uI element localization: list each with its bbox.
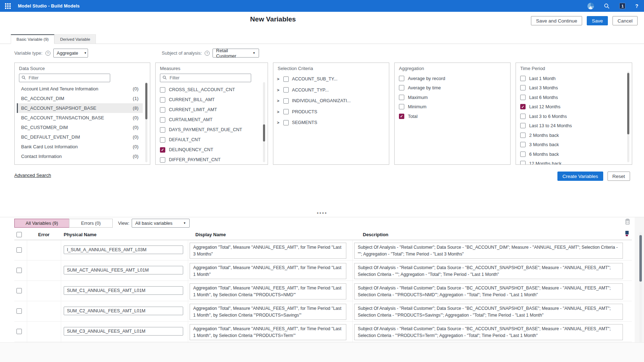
physical-name-input[interactable] (64, 246, 183, 254)
measure-item[interactable]: CURRENT_LIMIT_AMT (160, 105, 268, 115)
time-period-checkbox[interactable] (520, 152, 526, 157)
time-period-item[interactable]: Last 13 to 24 Months (520, 121, 632, 131)
aggregation-item[interactable]: Minimum (399, 102, 510, 112)
time-period-item[interactable]: 2 Months back (520, 130, 632, 140)
delete-icon[interactable] (624, 218, 631, 225)
splitter-handle[interactable]: ●●●● (317, 211, 327, 215)
aggregation-item[interactable]: Total (399, 111, 510, 121)
measure-item[interactable]: CROSS_SELL_ACCOUNT_CNT (160, 85, 268, 95)
measure-checkbox[interactable] (160, 107, 165, 113)
errors-tab[interactable]: Errors (0) (69, 219, 113, 228)
time-period-scrollbar[interactable] (627, 71, 629, 162)
expand-chevron-icon[interactable]: > (277, 99, 280, 103)
data-source-item[interactable]: Bank Card Lost Information (0) (17, 142, 143, 152)
measure-checkbox[interactable] (160, 137, 165, 143)
subject-of-analysis-select[interactable]: Retail Customer▼ (213, 49, 259, 58)
data-source-item[interactable]: BC_DEFAULT_EVENT_DIM (0) (17, 132, 143, 142)
time-period-item[interactable]: Last 1 Month (520, 74, 632, 83)
physical-name-input[interactable] (64, 307, 183, 315)
measure-checkbox[interactable] (160, 97, 165, 103)
measure-item[interactable]: CURRENT_BILL_AMT (160, 95, 268, 105)
measure-checkbox[interactable] (160, 157, 165, 163)
data-source-item[interactable]: BC_ACCOUNT_TRANSACTION_BASE (0) (17, 113, 143, 123)
time-period-checkbox[interactable] (520, 114, 526, 119)
selection-criteria-checkbox[interactable] (283, 87, 289, 93)
selection-criteria-checkbox[interactable] (283, 109, 289, 114)
aggregation-checkbox[interactable] (399, 95, 404, 100)
aggregation-checkbox[interactable] (399, 85, 404, 90)
expand-chevron-icon[interactable]: > (277, 88, 280, 92)
tab-derived-variable[interactable]: Derived Variable (54, 34, 96, 44)
selection-criteria-checkbox[interactable] (283, 120, 289, 125)
description-cell[interactable]: Subject Of Analysis - "Retail Customer";… (354, 283, 623, 299)
selection-criteria-checkbox[interactable] (283, 76, 289, 82)
advanced-search-link[interactable]: Advanced Search (14, 173, 51, 178)
description-cell[interactable]: Subject Of Analysis - "Retail Customer";… (354, 243, 623, 259)
time-period-item[interactable]: Last 6 Months (520, 93, 632, 102)
selection-criteria-item[interactable]: > INDIVIDUAL_ORGANIZATI... (277, 95, 389, 106)
save-and-continue-button[interactable]: Save and Continue (531, 16, 582, 25)
display-name-cell[interactable]: Aggregation "Total", Measure "ANNUAL_FEE… (190, 263, 346, 279)
aggregation-checkbox[interactable] (399, 104, 404, 109)
view-select[interactable]: All basic variables▼ (132, 219, 190, 228)
description-cell[interactable]: Subject Of Analysis - "Retail Customer";… (354, 304, 623, 320)
variable-type-help-icon[interactable]: ? (45, 51, 50, 56)
reset-button[interactable]: Reset (608, 172, 630, 181)
description-cell[interactable]: Subject Of Analysis - "Retail Customer";… (354, 263, 623, 279)
aggregation-item[interactable]: Average by record (399, 74, 510, 83)
measure-checkbox[interactable] (160, 117, 165, 123)
search-icon[interactable] (604, 3, 610, 9)
row-checkbox[interactable] (16, 268, 22, 273)
measure-checkbox[interactable] (160, 87, 165, 93)
select-all-checkbox[interactable] (16, 232, 22, 237)
display-name-cell[interactable]: Aggregation "Total", Measure "ANNUAL_FEE… (190, 324, 346, 340)
variable-type-select[interactable]: Aggregate▼ (53, 49, 88, 58)
selection-criteria-item[interactable]: > SEGMENTS (277, 117, 389, 128)
row-checkbox[interactable] (16, 247, 22, 253)
subject-help-icon[interactable]: ? (205, 51, 210, 56)
product-logo-icon[interactable] (587, 3, 594, 10)
display-name-cell[interactable]: Aggregation "Total", Measure "ANNUAL_FEE… (190, 283, 346, 299)
app-switcher-icon[interactable] (5, 3, 11, 9)
time-period-item[interactable]: Last 3 Months (520, 83, 632, 93)
data-source-item[interactable]: Credit Bureau Information (0) (17, 161, 143, 165)
measure-item[interactable]: DAYS_PAYMENT_PAST_DUE_CNT (160, 125, 268, 135)
time-period-checkbox[interactable] (520, 76, 526, 81)
physical-name-input[interactable] (64, 327, 183, 336)
time-period-checkbox[interactable] (520, 85, 526, 90)
time-period-checkbox[interactable] (520, 95, 526, 100)
time-period-item[interactable]: 12 Months back (520, 159, 632, 165)
measure-item[interactable]: DELINQUENCY_CNT (160, 145, 268, 155)
selection-criteria-item[interactable]: > ACCOUNT_SUB_TY... (277, 74, 389, 85)
time-period-checkbox[interactable] (520, 123, 526, 128)
all-variables-tab[interactable]: All Variables (9) (14, 219, 69, 228)
help-icon[interactable]: ? (635, 3, 638, 9)
time-period-checkbox[interactable] (520, 133, 526, 138)
selection-criteria-item[interactable]: > ACCOUNT_TYP... (277, 85, 389, 96)
time-period-checkbox[interactable] (520, 142, 526, 147)
display-name-cell[interactable]: Aggregation "Total", Measure "ANNUAL_FEE… (190, 243, 346, 259)
selection-criteria-checkbox[interactable] (283, 98, 289, 104)
expand-chevron-icon[interactable]: > (277, 77, 280, 81)
measure-item[interactable]: DIFFER_PAYMENT_CNT (160, 155, 268, 165)
measure-item[interactable]: DEFAULT_CNT (160, 135, 268, 145)
save-button[interactable]: Save (587, 16, 608, 25)
cancel-button[interactable]: Cancel (613, 16, 638, 25)
notification-badge[interactable]: 1 (619, 3, 625, 9)
physical-name-input[interactable] (64, 266, 183, 274)
aggregation-checkbox[interactable] (399, 76, 404, 81)
description-cell[interactable]: Subject Of Analysis - "Retail Customer";… (354, 324, 623, 340)
expand-chevron-icon[interactable]: > (277, 110, 280, 114)
tab-basic-variable[interactable]: Basic Variable (9) (11, 34, 54, 44)
time-period-item[interactable]: 6 Months back (520, 149, 632, 159)
row-checkbox[interactable] (16, 288, 22, 293)
measure-checkbox[interactable] (160, 147, 165, 153)
measures-scrollbar[interactable] (263, 82, 265, 162)
time-period-checkbox[interactable] (520, 104, 526, 109)
data-source-item[interactable]: BC_ACCOUNT_SNAPSHOT_BASE (8) (17, 103, 143, 113)
selection-criteria-item[interactable]: > PRODUCTS (277, 106, 389, 118)
data-source-item[interactable]: BC_CUSTOMER_DIM (0) (17, 123, 143, 132)
time-period-item[interactable]: Last 12 Months (520, 102, 632, 112)
expand-chevron-icon[interactable]: > (277, 120, 280, 125)
physical-name-input[interactable] (64, 286, 183, 295)
